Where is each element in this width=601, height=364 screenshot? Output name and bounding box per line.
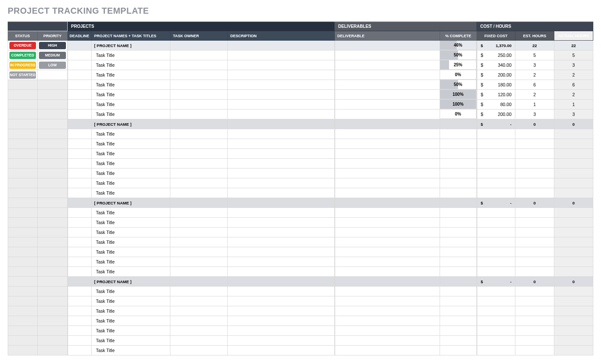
priority-cell[interactable]: [38, 149, 68, 159]
priority-cell[interactable]: [38, 277, 68, 287]
est-hours-cell[interactable]: [515, 178, 554, 188]
actual-hours-cell[interactable]: [554, 316, 593, 326]
deliverable-cell[interactable]: [335, 316, 440, 326]
description-cell[interactable]: [228, 247, 335, 257]
name-cell[interactable]: Task Title: [92, 257, 170, 267]
priority-cell[interactable]: [38, 287, 68, 296]
owner-cell[interactable]: [170, 169, 228, 178]
actual-hours-cell[interactable]: 3: [554, 60, 593, 70]
description-cell[interactable]: [228, 267, 335, 277]
description-cell[interactable]: [228, 129, 335, 139]
fixed-cost-cell[interactable]: [477, 208, 515, 218]
deliverable-cell[interactable]: [335, 218, 440, 228]
owner-cell[interactable]: [170, 119, 228, 129]
deliverable-cell[interactable]: [335, 50, 440, 60]
actual-hours-cell[interactable]: [554, 287, 593, 296]
actual-hours-cell[interactable]: [554, 159, 593, 169]
owner-cell[interactable]: [170, 109, 228, 119]
owner-cell[interactable]: [170, 296, 228, 306]
pct-cell[interactable]: [440, 149, 477, 159]
priority-cell[interactable]: [38, 267, 68, 277]
pct-cell[interactable]: [440, 287, 477, 296]
pct-cell[interactable]: 0%: [440, 109, 477, 119]
pct-cell[interactable]: [440, 267, 477, 277]
status-cell[interactable]: [8, 267, 38, 277]
fixed-cost-cell[interactable]: $-: [477, 277, 515, 287]
status-cell[interactable]: [8, 188, 38, 198]
pct-cell[interactable]: 50%: [440, 80, 477, 90]
fixed-cost-cell[interactable]: [477, 296, 515, 306]
status-pill[interactable]: OVERDUE: [9, 42, 36, 49]
actual-hours-cell[interactable]: 6: [554, 80, 593, 90]
owner-cell[interactable]: [170, 70, 228, 80]
status-cell[interactable]: [8, 90, 38, 100]
deliverable-cell[interactable]: [335, 198, 440, 208]
deadline-cell[interactable]: [68, 100, 92, 109]
owner-cell[interactable]: [170, 316, 228, 326]
status-cell[interactable]: [8, 306, 38, 316]
status-cell[interactable]: [8, 139, 38, 149]
name-cell[interactable]: Task Title: [92, 100, 170, 109]
name-cell[interactable]: Task Title: [92, 60, 170, 70]
status-cell[interactable]: [8, 109, 38, 119]
priority-pill[interactable]: HIGH: [39, 42, 66, 49]
description-cell[interactable]: [228, 109, 335, 119]
name-cell[interactable]: Task Title: [92, 90, 170, 100]
actual-hours-cell[interactable]: 2: [554, 90, 593, 100]
fixed-cost-cell[interactable]: [477, 178, 515, 188]
name-cell[interactable]: [ PROJECT NAME ]: [92, 198, 170, 208]
deliverable-cell[interactable]: [335, 267, 440, 277]
description-cell[interactable]: [228, 277, 335, 287]
deadline-cell[interactable]: [68, 296, 92, 306]
description-cell[interactable]: [228, 336, 335, 346]
est-hours-cell[interactable]: 2: [515, 90, 554, 100]
priority-cell[interactable]: [38, 257, 68, 267]
fixed-cost-cell[interactable]: [477, 139, 515, 149]
priority-cell[interactable]: HIGH: [38, 41, 68, 50]
est-hours-cell[interactable]: [515, 228, 554, 237]
actual-hours-cell[interactable]: 0: [554, 198, 593, 208]
actual-hours-cell[interactable]: [554, 228, 593, 237]
owner-cell[interactable]: [170, 208, 228, 218]
pct-cell[interactable]: [440, 119, 477, 129]
priority-cell[interactable]: [38, 129, 68, 139]
priority-cell[interactable]: [38, 80, 68, 90]
est-hours-cell[interactable]: 0: [515, 119, 554, 129]
deadline-cell[interactable]: [68, 80, 92, 90]
deadline-cell[interactable]: [68, 326, 92, 336]
fixed-cost-cell[interactable]: [477, 316, 515, 326]
deadline-cell[interactable]: [68, 287, 92, 296]
priority-cell[interactable]: [38, 316, 68, 326]
est-hours-cell[interactable]: [515, 218, 554, 228]
status-pill[interactable]: COMPLETED: [9, 52, 36, 59]
description-cell[interactable]: [228, 70, 335, 80]
description-cell[interactable]: [228, 208, 335, 218]
est-hours-cell[interactable]: [515, 188, 554, 198]
status-cell[interactable]: OVERDUE: [8, 41, 38, 50]
description-cell[interactable]: [228, 178, 335, 188]
status-cell[interactable]: [8, 218, 38, 228]
owner-cell[interactable]: [170, 336, 228, 346]
deadline-cell[interactable]: [68, 306, 92, 316]
fixed-cost-cell[interactable]: $200.00: [477, 70, 515, 80]
priority-cell[interactable]: [38, 169, 68, 178]
owner-cell[interactable]: [170, 129, 228, 139]
deliverable-cell[interactable]: [335, 80, 440, 90]
deliverable-cell[interactable]: [335, 296, 440, 306]
fixed-cost-cell[interactable]: [477, 188, 515, 198]
status-cell[interactable]: [8, 159, 38, 169]
deliverable-cell[interactable]: [335, 336, 440, 346]
name-cell[interactable]: Task Title: [92, 109, 170, 119]
fixed-cost-cell[interactable]: $-: [477, 198, 515, 208]
owner-cell[interactable]: [170, 80, 228, 90]
pct-cell[interactable]: [440, 139, 477, 149]
status-pill[interactable]: NOT STARTED: [9, 71, 36, 79]
status-pill[interactable]: IN PROGRESS: [9, 62, 36, 69]
name-cell[interactable]: Task Title: [92, 287, 170, 296]
status-cell[interactable]: [8, 208, 38, 218]
name-cell[interactable]: Task Title: [92, 336, 170, 346]
priority-pill[interactable]: MEDIUM: [39, 52, 66, 59]
est-hours-cell[interactable]: [515, 296, 554, 306]
fixed-cost-cell[interactable]: [477, 228, 515, 237]
fixed-cost-cell[interactable]: [477, 237, 515, 247]
